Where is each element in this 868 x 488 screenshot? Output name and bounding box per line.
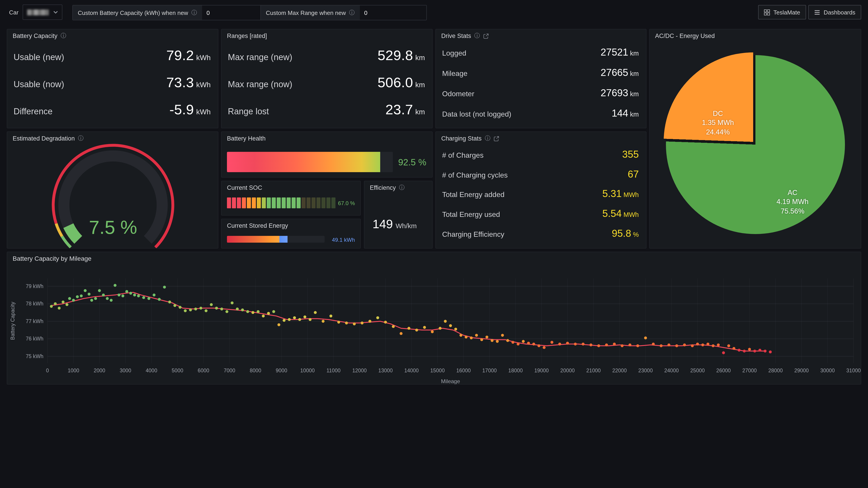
custom-battery-capacity-input[interactable]	[202, 5, 268, 20]
x-tick-label: 4000	[146, 367, 157, 373]
info-icon[interactable]: ⓘ	[485, 136, 491, 141]
acdc-pie-chart: DC 1.35 MWh 24.44% AC 4.19 MWh 75.56%	[666, 55, 845, 234]
scatter-point	[314, 311, 317, 314]
external-link-icon[interactable]	[483, 33, 489, 39]
scatter-point	[460, 334, 463, 337]
scatter-point	[272, 310, 275, 313]
x-tick-label: 16000	[456, 367, 471, 373]
button-label: TeslaMate	[774, 9, 800, 15]
stat-value: 27665km	[600, 67, 639, 78]
soc-cell-filled	[272, 197, 276, 208]
scatter-point	[241, 308, 244, 311]
stat-label: Max range (new)	[228, 53, 292, 62]
drive-stats-rows: Logged27521kmMileage27665kmOdometer27693…	[442, 42, 639, 123]
stat-value: 23.7km	[385, 102, 425, 118]
x-axis-label: Mileage	[441, 378, 460, 384]
y-tick-label: 75 kWh	[26, 353, 43, 359]
stat-row: Mileage27665km	[442, 67, 639, 78]
button-label: Dashboards	[824, 9, 855, 15]
external-link-icon[interactable]	[494, 136, 499, 141]
soc-cell-unfilled	[331, 197, 336, 208]
scatter-point	[142, 296, 145, 299]
slice-percent: 24.44%	[702, 127, 734, 137]
x-tick-label: 30000	[820, 367, 835, 373]
pie-slice-dc[interactable]	[664, 53, 843, 231]
x-tick-label: 10000	[300, 367, 315, 373]
stat-label: Usable (new)	[13, 53, 64, 62]
scatter-point	[605, 344, 608, 346]
teslamate-button[interactable]: TeslaMate	[758, 5, 806, 20]
x-tick-label: 0	[46, 367, 49, 373]
custom-max-range-input[interactable]	[360, 5, 426, 20]
stat-value: 73.3kWh	[166, 74, 211, 91]
soc-cell-filled	[247, 197, 251, 208]
soc-cell-filled	[257, 197, 261, 208]
soc-cell-filled	[282, 197, 286, 208]
scatter-point	[110, 299, 113, 302]
x-tick-label: 29000	[794, 367, 809, 373]
car-select[interactable]	[23, 4, 62, 20]
scatter-point	[574, 343, 577, 346]
scatter-point	[738, 349, 741, 352]
efficiency-value: 149 Wh/km	[373, 217, 416, 231]
scatter-point	[246, 310, 249, 313]
stat-value: 79.2kWh	[166, 47, 211, 64]
slice-value: 4.19 MWh	[776, 197, 808, 207]
capacity-mileage-chart[interactable]: 0100020003000400050006000700080009000100…	[7, 252, 861, 385]
soc-value: 67.0 %	[338, 200, 355, 206]
soc-cell-filled	[232, 197, 236, 208]
stat-label: Total Energy used	[442, 211, 500, 219]
info-icon[interactable]: ⓘ	[399, 185, 405, 191]
slice-name: DC	[702, 109, 734, 119]
scatter-point	[769, 350, 772, 353]
info-icon[interactable]: ⓘ	[61, 33, 66, 39]
scatter-point	[486, 335, 489, 338]
panel-title: Current SOC	[227, 184, 262, 191]
apps-grid-icon	[764, 9, 770, 15]
scatter-point	[748, 348, 751, 351]
soc-cell-filled	[227, 197, 231, 208]
stat-row: Total Energy used5.54MWh	[442, 208, 639, 220]
panel-title: Battery Health	[227, 135, 266, 142]
scatter-point	[361, 322, 364, 324]
scatter-point	[706, 343, 709, 346]
scatter-point	[628, 344, 631, 346]
dashboards-button[interactable]: Dashboards	[808, 5, 861, 20]
dashboards-list-icon	[814, 9, 820, 15]
y-tick-label: 79 kWh	[26, 283, 43, 289]
stat-value: 529.8km	[377, 47, 425, 64]
scatter-point	[220, 307, 223, 311]
scatter-point	[668, 344, 671, 346]
scatter-point	[189, 308, 192, 311]
soc-cell-filled	[267, 197, 271, 208]
stat-label: # of Charges	[442, 151, 484, 160]
scatter-point	[54, 302, 57, 305]
scatter-point	[118, 293, 121, 296]
scatter-point	[205, 309, 208, 312]
scatter-point	[62, 300, 65, 303]
y-tick-label: 76 kWh	[26, 336, 43, 341]
info-icon[interactable]: ⓘ	[349, 10, 355, 15]
info-icon[interactable]: ⓘ	[78, 136, 84, 141]
info-icon[interactable]: ⓘ	[191, 10, 197, 15]
stat-value: -5.9kWh	[169, 102, 211, 118]
custom-max-range-label: Custom Max Range when new ⓘ	[261, 5, 360, 20]
soc-cell-unfilled	[316, 197, 320, 208]
scatter-point	[712, 344, 715, 347]
scatter-point	[644, 336, 647, 339]
scatter-point	[163, 286, 166, 289]
soc-cell-unfilled	[307, 197, 311, 208]
stat-label: Logged	[442, 49, 466, 57]
scatter-point	[470, 336, 473, 339]
x-tick-label: 19000	[534, 367, 549, 373]
scatter-point	[675, 344, 678, 347]
scatter-point	[691, 344, 694, 347]
scatter-point	[72, 299, 75, 302]
scatter-point	[94, 297, 97, 300]
x-tick-label: 17000	[483, 367, 497, 373]
stat-row: # of Charges355	[442, 149, 639, 160]
scatter-point	[158, 298, 161, 301]
x-tick-label: 22000	[612, 367, 627, 373]
panel-efficiency: Efficiencyⓘ 149 Wh/km	[364, 181, 433, 249]
info-icon[interactable]: ⓘ	[474, 33, 480, 39]
